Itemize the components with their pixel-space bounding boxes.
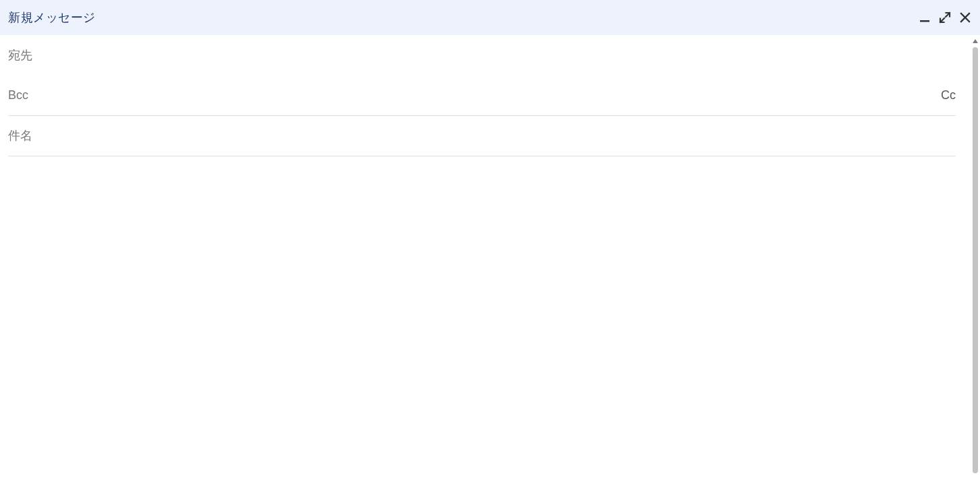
minimize-icon: [919, 11, 931, 24]
compose-body: 宛先 Bcc Cc: [0, 35, 964, 429]
cc-toggle[interactable]: Cc: [941, 88, 956, 102]
to-input[interactable]: [40, 49, 956, 63]
subject-input[interactable]: [8, 129, 956, 143]
window-controls: [918, 11, 972, 24]
bcc-label: Bcc: [8, 88, 28, 102]
restore-button[interactable]: [938, 11, 952, 24]
subject-field-row[interactable]: [8, 116, 956, 156]
to-label: 宛先: [8, 47, 32, 63]
compose-title: 新規メッセージ: [8, 9, 96, 26]
compose-fields: 宛先 Bcc Cc: [0, 35, 964, 156]
compose-header: 新規メッセージ: [0, 0, 980, 35]
minimize-button[interactable]: [918, 11, 931, 24]
close-button[interactable]: [958, 11, 972, 24]
restore-icon: [939, 11, 951, 24]
svg-rect-0: [920, 20, 929, 22]
vertical-scrollbar[interactable]: [973, 47, 978, 473]
scroll-up-icon: [972, 38, 979, 44]
to-field-row[interactable]: 宛先: [8, 35, 956, 76]
message-body[interactable]: [0, 156, 964, 426]
close-icon: [959, 11, 971, 24]
bcc-input[interactable]: [36, 88, 941, 102]
scroll-up-button[interactable]: [971, 36, 980, 46]
bcc-field-row[interactable]: Bcc Cc: [8, 76, 956, 116]
